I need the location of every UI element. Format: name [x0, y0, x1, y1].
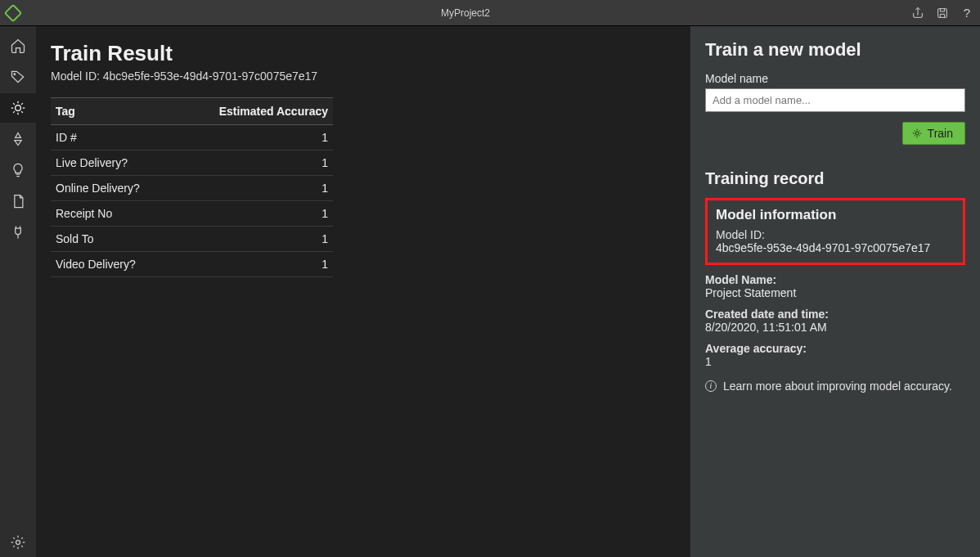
- lightbulb-icon[interactable]: [0, 155, 36, 185]
- model-name-input[interactable]: [705, 88, 965, 112]
- document-icon[interactable]: [0, 186, 36, 216]
- table-row: Live Delivery?1: [51, 150, 333, 176]
- model-id-value: 4bc9e5fe-953e-49d4-9701-97c0075e7e17: [716, 241, 955, 254]
- gear-small-icon: [911, 128, 923, 139]
- save-icon[interactable]: [936, 7, 949, 20]
- model-name-info-value: Project Statement: [705, 286, 965, 299]
- model-info-highlight: Model information Model ID: 4bc9e5fe-953…: [705, 198, 965, 265]
- table-row: Online Delivery?1: [51, 176, 333, 201]
- col-header-tag: Tag: [51, 98, 175, 125]
- table-row: Video Delivery?1: [51, 252, 333, 277]
- right-panel: Train a new model Model name Train Train…: [690, 26, 980, 557]
- svg-rect-0: [938, 8, 947, 17]
- tag-icon[interactable]: [0, 62, 36, 92]
- titlebar: MyProject2 ?: [0, 0, 980, 26]
- learn-more-link[interactable]: i Learn more about improving model accur…: [705, 380, 965, 393]
- svg-point-2: [16, 106, 21, 111]
- svg-point-1: [14, 74, 16, 75]
- table-row: Sold To1: [51, 227, 333, 252]
- share-icon[interactable]: [911, 7, 924, 20]
- connect-icon[interactable]: [0, 218, 36, 247]
- sidebar: [0, 26, 36, 557]
- model-info-heading: Model information: [716, 207, 955, 223]
- created-value: 8/20/2020, 11:51:01 AM: [705, 321, 965, 334]
- svg-point-4: [915, 132, 919, 135]
- page-title: Train Result: [51, 41, 676, 66]
- avg-accuracy-value: 1: [705, 355, 965, 368]
- training-record-heading: Training record: [705, 169, 965, 188]
- main-content: Train Result Model ID: 4bc9e5fe-953e-49d…: [36, 26, 690, 557]
- created-label: Created date and time:: [705, 308, 965, 321]
- train-icon[interactable]: [0, 93, 36, 123]
- panel-title: Train a new model: [705, 39, 965, 61]
- result-table: Tag Estimated Accuracy ID #1 Live Delive…: [51, 97, 333, 277]
- model-name-info-label: Model Name:: [705, 273, 965, 286]
- home-icon[interactable]: [0, 31, 36, 61]
- svg-point-3: [16, 541, 20, 545]
- model-id-label: Model ID:: [716, 228, 955, 241]
- table-row: ID #1: [51, 125, 333, 150]
- compose-icon[interactable]: [0, 124, 36, 154]
- help-icon[interactable]: ?: [960, 7, 973, 20]
- col-header-accuracy: Estimated Accuracy: [175, 98, 333, 125]
- window-title: MyProject2: [20, 7, 911, 19]
- train-button[interactable]: Train: [902, 122, 965, 145]
- model-name-label: Model name: [705, 72, 965, 85]
- avg-accuracy-label: Average accuracy:: [705, 342, 965, 355]
- model-id-subtitle: Model ID: 4bc9e5fe-953e-49d4-9701-97c007…: [51, 70, 676, 83]
- table-row: Receipt No1: [51, 201, 333, 227]
- info-icon: i: [705, 380, 717, 392]
- settings-icon[interactable]: [0, 528, 36, 557]
